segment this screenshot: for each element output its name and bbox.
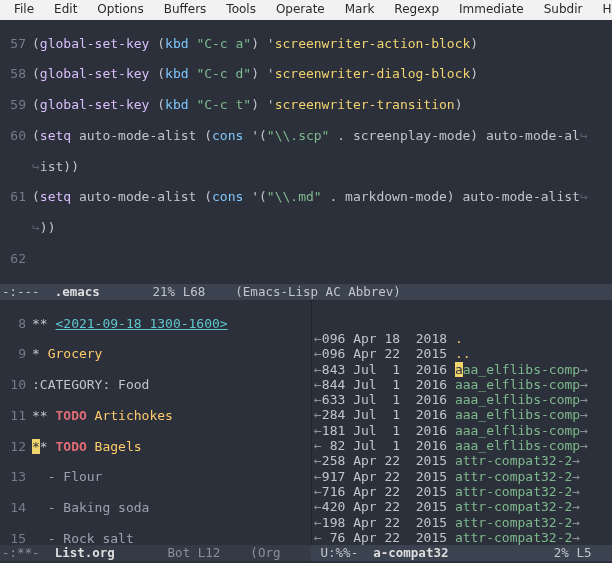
dired-row[interactable]: ←181 Jul 1 2016 aaa_elflibs-comp→: [314, 423, 612, 438]
file-size: 843: [322, 362, 345, 377]
file-size: 420: [322, 499, 345, 514]
file-date: Jul 1 2016: [345, 362, 455, 377]
emacs-buffer-top[interactable]: 57(global-set-key (kbd "C-c a") 'screenw…: [0, 20, 612, 284]
menu-tools[interactable]: Tools: [216, 0, 266, 20]
truncate-left-icon: ←: [314, 530, 322, 545]
dired-row[interactable]: ← 76 Apr 22 2015 attr-compat32-2→: [314, 530, 612, 545]
file-date: Jul 1 2016: [345, 377, 455, 392]
file-name: ..: [455, 346, 471, 361]
file-date: Jul 1 2016: [345, 438, 455, 453]
truncate-left-icon: ←: [314, 515, 322, 530]
file-size: 82: [322, 438, 345, 453]
org-buffer[interactable]: 8** <2021-09-18 1300-1600> 9* Grocery 10…: [0, 300, 311, 545]
modeline-right[interactable]: U:%%- a-compat32 2% L5: [311, 545, 612, 561]
buffer-name: .emacs: [55, 284, 100, 299]
dired-buffer[interactable]: ←096 Apr 18 2018 .←096 Apr 22 2015 ..←84…: [311, 300, 612, 545]
file-date: Apr 22 2015: [345, 346, 455, 361]
truncate-right-icon: →: [580, 407, 588, 422]
dired-row[interactable]: ←716 Apr 22 2015 attr-compat32-2→: [314, 484, 612, 499]
file-date: Jul 1 2016: [345, 407, 455, 422]
file-size: 917: [322, 469, 345, 484]
menu-buffers[interactable]: Buffers: [154, 0, 217, 20]
file-date: Apr 22 2015: [345, 453, 455, 468]
modeline-top[interactable]: -:--- .emacs 21% L68 (Emacs-Lisp AC Abbr…: [0, 284, 612, 300]
truncate-right-icon: →: [572, 515, 580, 530]
wrap-icon: ↪: [32, 159, 40, 174]
wrap-icon: ↪: [580, 128, 588, 143]
menu-regexp[interactable]: Regexp: [384, 0, 449, 20]
file-name: attr-compat32-2: [455, 453, 572, 468]
menu-file[interactable]: File: [4, 0, 44, 20]
line-number: 11: [2, 408, 32, 424]
truncate-left-icon: ←: [314, 377, 322, 392]
file-size: 198: [322, 515, 345, 530]
buffer-name: a-compat32: [373, 545, 448, 560]
file-date: Apr 22 2015: [345, 515, 455, 530]
truncate-left-icon: ←: [314, 331, 322, 346]
org-heading: Grocery: [48, 346, 103, 361]
file-date: Jul 1 2016: [345, 392, 455, 407]
truncate-left-icon: ←: [314, 469, 322, 484]
file-name: .: [455, 331, 463, 346]
truncate-left-icon: ←: [314, 362, 322, 377]
menu-help[interactable]: Help: [592, 0, 612, 20]
line-number: 59: [2, 97, 32, 113]
dired-row[interactable]: ←258 Apr 22 2015 attr-compat32-2→: [314, 453, 612, 468]
dired-row[interactable]: ←096 Apr 18 2018 .: [314, 331, 612, 346]
line-number: 13: [2, 469, 32, 485]
menu-immediate[interactable]: Immediate: [449, 0, 534, 20]
menu-subdir[interactable]: Subdir: [534, 0, 593, 20]
line-number: 15: [2, 531, 32, 545]
truncate-left-icon: ←: [314, 453, 322, 468]
file-name: aaa_elflibs-comp: [455, 438, 580, 453]
wrap-icon: ↪: [32, 220, 40, 235]
cursor: a: [455, 362, 463, 377]
org-timestamp-link[interactable]: <2021-09-18 1300-1600>: [55, 316, 227, 331]
truncate-right-icon: →: [572, 499, 580, 514]
dired-row[interactable]: ←844 Jul 1 2016 aaa_elflibs-comp→: [314, 377, 612, 392]
file-date: Apr 18 2018: [345, 331, 455, 346]
dired-row[interactable]: ← 82 Jul 1 2016 aaa_elflibs-comp→: [314, 438, 612, 453]
file-size: 096: [322, 331, 345, 346]
dired-row[interactable]: ←096 Apr 22 2015 ..: [314, 346, 612, 361]
truncate-right-icon: →: [580, 438, 588, 453]
dired-row[interactable]: ←633 Jul 1 2016 aaa_elflibs-comp→: [314, 392, 612, 407]
dired-row[interactable]: ←420 Apr 22 2015 attr-compat32-2→: [314, 499, 612, 514]
file-name: attr-compat32-2: [455, 469, 572, 484]
truncate-right-icon: →: [580, 362, 588, 377]
file-size: 716: [322, 484, 345, 499]
file-name: aaa_elflibs-comp: [455, 377, 580, 392]
menu-operate[interactable]: Operate: [266, 0, 335, 20]
menu-mark[interactable]: Mark: [335, 0, 385, 20]
dired-row[interactable]: ←843 Jul 1 2016 aaa_elflibs-comp→: [314, 362, 612, 377]
dired-row[interactable]: ←284 Jul 1 2016 aaa_elflibs-comp→: [314, 407, 612, 422]
menu-options[interactable]: Options: [87, 0, 153, 20]
truncate-right-icon: →: [572, 484, 580, 499]
cursor: *: [32, 439, 40, 454]
file-name: attr-compat32-2: [455, 530, 572, 545]
buffer-name: List.org: [55, 545, 115, 560]
file-size: 284: [322, 407, 345, 422]
dired-row[interactable]: ←198 Apr 22 2015 attr-compat32-2→: [314, 515, 612, 530]
file-date: Jul 1 2016: [345, 423, 455, 438]
line-number: 9: [2, 346, 32, 362]
menu-edit[interactable]: Edit: [44, 0, 87, 20]
file-date: Apr 22 2015: [345, 484, 455, 499]
file-size: 181: [322, 423, 345, 438]
line-number: 61: [2, 189, 32, 205]
file-date: Apr 22 2015: [345, 469, 455, 484]
line-number: 14: [2, 500, 32, 516]
file-name: aaa_elflibs-comp: [455, 392, 580, 407]
file-size: 76: [322, 530, 345, 545]
modeline-left[interactable]: -:**- List.org Bot L12 (Org: [0, 545, 311, 561]
wrap-icon: ↪: [580, 189, 588, 204]
truncate-left-icon: ←: [314, 423, 322, 438]
dired-row[interactable]: ←917 Apr 22 2015 attr-compat32-2→: [314, 469, 612, 484]
truncate-left-icon: ←: [314, 438, 322, 453]
truncate-left-icon: ←: [314, 346, 322, 361]
file-name: aaa_elflibs-comp: [455, 423, 580, 438]
line-number: 10: [2, 377, 32, 393]
file-size: 844: [322, 377, 345, 392]
line-number: 58: [2, 66, 32, 82]
file-name: attr-compat32-2: [455, 484, 572, 499]
